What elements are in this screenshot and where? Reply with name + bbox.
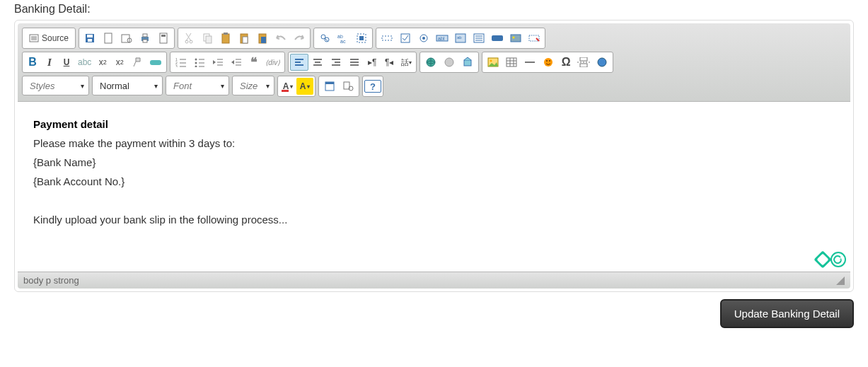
content-line: {Bank Name}: [33, 153, 835, 172]
rich-text-editor: Source abac: [14, 20, 854, 292]
subscript-button[interactable]: x2: [94, 54, 111, 71]
rtl-icon[interactable]: ¶◂: [381, 54, 398, 71]
hidden-field-icon[interactable]: [525, 30, 543, 47]
iframe-icon[interactable]: [593, 54, 611, 71]
textarea-icon[interactable]: ab: [451, 30, 470, 47]
update-banking-detail-button[interactable]: Update Banking Detail: [720, 299, 854, 328]
indent-icon[interactable]: [227, 54, 245, 71]
image-button-icon[interactable]: [507, 30, 525, 47]
svg-text:ab: ab: [337, 34, 343, 39]
elements-path[interactable]: body p strong: [23, 275, 79, 286]
language-icon[interactable]: 話▾: [398, 54, 415, 71]
content-heading: Payment detail: [33, 118, 108, 130]
text-color-button[interactable]: A▾: [279, 78, 296, 95]
resize-grip[interactable]: [836, 276, 845, 285]
show-blocks-icon[interactable]: [339, 78, 357, 95]
new-page-icon[interactable]: [99, 30, 117, 47]
form-button-icon[interactable]: [488, 30, 507, 47]
grammarly-widget[interactable]: [816, 252, 846, 267]
svg-point-15: [185, 40, 188, 43]
blockquote-icon[interactable]: ❝: [245, 54, 262, 71]
ltr-icon[interactable]: ▸¶: [364, 54, 381, 71]
select-field-icon[interactable]: [470, 30, 488, 47]
paste-text-icon[interactable]: [235, 30, 253, 47]
svg-point-90: [544, 58, 552, 66]
outdent-icon[interactable]: [209, 54, 227, 71]
form-icon[interactable]: [378, 30, 396, 47]
bold-button[interactable]: B: [24, 54, 41, 71]
templates-icon[interactable]: [154, 30, 173, 47]
bullet-list-icon[interactable]: [190, 54, 209, 71]
link-icon[interactable]: [422, 54, 440, 71]
grammarly-diamond-icon: [814, 250, 831, 268]
div-icon[interactable]: ⟨div⟩: [262, 54, 283, 71]
svg-rect-44: [492, 35, 503, 41]
redo-icon[interactable]: [290, 30, 308, 47]
format-combo[interactable]: Normal▾: [92, 76, 163, 95]
field-label: Banking Detail:: [14, 3, 861, 16]
font-combo[interactable]: Font▾: [166, 76, 229, 95]
cut-icon[interactable]: [180, 30, 198, 47]
find-icon[interactable]: [316, 30, 334, 47]
svg-rect-20: [224, 33, 228, 35]
copy-icon[interactable]: [198, 30, 216, 47]
align-center-icon[interactable]: [308, 54, 327, 71]
about-icon[interactable]: ?: [364, 80, 381, 93]
paste-word-icon[interactable]: [253, 30, 272, 47]
unlink-icon[interactable]: [440, 54, 458, 71]
svg-rect-18: [206, 36, 212, 43]
undo-icon[interactable]: [272, 30, 290, 47]
table-icon[interactable]: [502, 54, 521, 71]
align-right-icon[interactable]: [327, 54, 345, 71]
svg-point-83: [490, 60, 492, 62]
radio-icon[interactable]: [415, 30, 433, 47]
styles-combo[interactable]: Styles▾: [22, 76, 89, 95]
svg-rect-32: [382, 36, 392, 40]
copy-format-icon[interactable]: [128, 54, 146, 71]
image-icon[interactable]: [484, 54, 502, 71]
save-icon[interactable]: [81, 30, 99, 47]
maximize-icon[interactable]: [320, 78, 339, 95]
textfield-icon[interactable]: abl: [433, 30, 451, 47]
svg-rect-94: [580, 64, 587, 67]
align-left-icon[interactable]: [290, 54, 308, 71]
svg-rect-19: [222, 34, 229, 43]
print-icon[interactable]: [136, 30, 154, 47]
underline-button[interactable]: U: [58, 54, 75, 71]
svg-rect-5: [87, 35, 93, 37]
svg-text:abl: abl: [438, 36, 445, 41]
select-all-icon[interactable]: [352, 30, 371, 47]
status-bar: body p strong: [18, 272, 850, 289]
italic-button[interactable]: I: [41, 54, 58, 71]
svg-rect-12: [143, 40, 147, 42]
anchor-icon[interactable]: [458, 54, 477, 71]
svg-point-46: [513, 37, 515, 39]
preview-icon[interactable]: [117, 30, 136, 47]
strike-button[interactable]: abc: [75, 54, 94, 71]
svg-point-57: [195, 66, 197, 68]
replace-icon[interactable]: abac: [334, 30, 352, 47]
superscript-button[interactable]: x2: [111, 54, 128, 71]
size-combo[interactable]: Size▾: [232, 76, 274, 95]
svg-point-92: [549, 60, 550, 62]
source-button[interactable]: Source: [24, 30, 74, 47]
svg-text:3: 3: [175, 64, 178, 67]
special-char-icon[interactable]: Ω: [557, 54, 574, 71]
svg-point-27: [325, 37, 329, 42]
numbered-list-icon[interactable]: 123: [172, 54, 190, 71]
paste-icon[interactable]: [216, 30, 235, 47]
pagebreak-icon[interactable]: [574, 54, 593, 71]
content-line: Kindly upload your bank slip in the foll…: [33, 210, 835, 229]
svg-rect-45: [511, 35, 521, 42]
svg-rect-84: [507, 58, 516, 66]
svg-rect-33: [401, 34, 410, 42]
smiley-icon[interactable]: [539, 54, 557, 71]
checkbox-icon[interactable]: [396, 30, 415, 47]
editor-content[interactable]: Payment detail Please make the payment w…: [18, 102, 850, 272]
hr-icon[interactable]: [521, 54, 539, 71]
bg-color-button[interactable]: A▾: [296, 78, 313, 95]
justify-icon[interactable]: [345, 54, 364, 71]
remove-format-icon[interactable]: [146, 54, 165, 71]
svg-point-96: [598, 58, 606, 66]
svg-point-55: [195, 59, 197, 61]
